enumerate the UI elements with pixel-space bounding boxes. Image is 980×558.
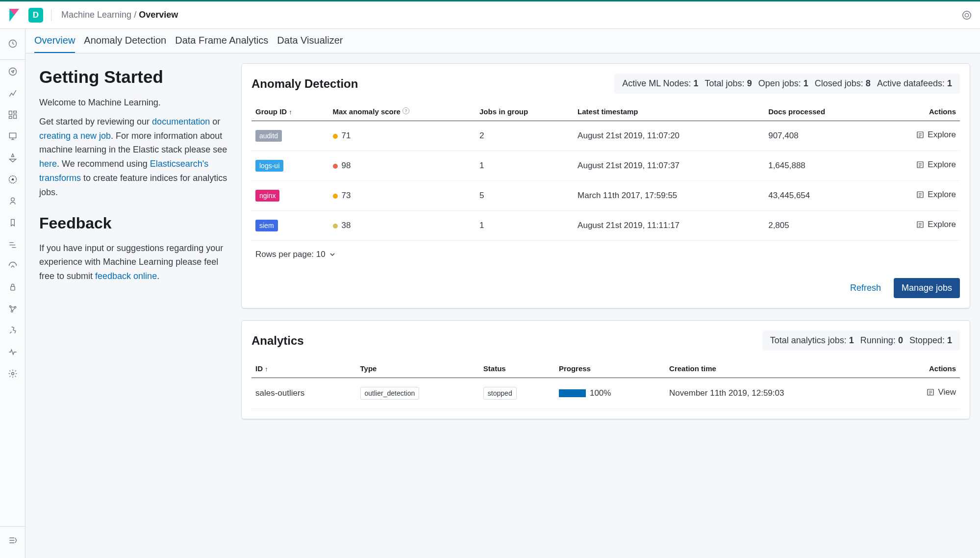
table-row: logs-ui981August 21st 2019, 11:07:371,64…: [251, 151, 960, 181]
refresh-button[interactable]: Refresh: [844, 278, 887, 298]
space-badge[interactable]: D: [28, 8, 43, 23]
nav-canvas-icon[interactable]: [4, 127, 22, 145]
tab-anomaly-detection[interactable]: Anomaly Detection: [84, 35, 166, 53]
group-badge: logs-ui: [255, 160, 283, 172]
score-value: 73: [342, 191, 351, 200]
svg-point-3: [9, 68, 16, 76]
col-type[interactable]: Type: [356, 360, 479, 378]
nav-graph-icon[interactable]: [4, 300, 22, 318]
docs-value: 907,408: [764, 121, 877, 151]
nav-discover-icon[interactable]: [4, 63, 22, 80]
breadcrumb-current: Overview: [139, 10, 178, 20]
tab-data-frame-analytics[interactable]: Data Frame Analytics: [175, 35, 268, 53]
group-badge: nginx: [255, 190, 279, 202]
explore-link[interactable]: Explore: [916, 130, 956, 140]
nav-dashboard-icon[interactable]: [4, 106, 22, 124]
link-here[interactable]: here: [39, 159, 57, 169]
kibana-logo-icon[interactable]: [8, 9, 21, 22]
progress-value: 100%: [590, 388, 611, 398]
timestamp-value: March 11th 2017, 17:59:55: [574, 181, 764, 211]
nav-logs-icon[interactable]: [4, 214, 22, 231]
analytics-stats: Total analytics jobs: 1 Running: 0 Stopp…: [762, 330, 960, 351]
newsfeed-icon[interactable]: [961, 10, 972, 21]
docs-value: 2,805: [764, 211, 877, 241]
docs-value: 1,645,888: [764, 151, 877, 181]
explore-link[interactable]: Explore: [916, 160, 956, 170]
nav-dev-icon[interactable]: [4, 322, 22, 339]
svg-rect-4: [9, 111, 12, 115]
tab-data-visualizer[interactable]: Data Visualizer: [277, 35, 343, 53]
svg-rect-12: [10, 286, 14, 290]
col-max-anomaly[interactable]: Max anomaly score?: [329, 103, 476, 121]
group-badge: auditd: [255, 130, 282, 142]
svg-point-16: [11, 373, 14, 375]
svg-point-0: [963, 11, 971, 19]
nav-uptime-icon[interactable]: [4, 257, 22, 275]
analytics-title: Analytics: [251, 334, 304, 348]
breadcrumb-separator: [51, 9, 51, 21]
feedback-title: Feedback: [39, 214, 227, 232]
id-value: sales-outliers: [251, 378, 356, 409]
getting-started-panel: Getting Started Welcome to Machine Learn…: [35, 63, 231, 419]
nav-collapse-icon[interactable]: [4, 532, 22, 549]
jobs-value: 1: [476, 151, 574, 181]
score-value: 71: [342, 131, 351, 140]
rows-per-page[interactable]: Rows per page: 10: [255, 250, 956, 259]
table-row: siem381August 21st 2019, 11:11:172,805Ex…: [251, 211, 960, 241]
svg-rect-7: [9, 116, 12, 118]
jobs-value: 2: [476, 121, 574, 151]
docs-value: 43,445,654: [764, 181, 877, 211]
group-badge: siem: [255, 220, 278, 231]
table-row: sales-outliersoutlier_detectionstopped10…: [251, 378, 960, 409]
explore-link[interactable]: Explore: [916, 220, 956, 229]
svg-rect-5: [13, 111, 16, 113]
table-row: auditd712August 21st 2019, 11:07:20907,4…: [251, 121, 960, 151]
nav-metrics-icon[interactable]: [4, 192, 22, 210]
manage-jobs-button[interactable]: Manage jobs: [894, 278, 960, 298]
link-feedback-online[interactable]: feedback online: [95, 271, 157, 281]
col-status[interactable]: Status: [479, 360, 555, 378]
main: Overview Anomaly Detection Data Frame An…: [25, 29, 980, 558]
timestamp-value: August 21st 2019, 11:07:20: [574, 121, 764, 151]
link-create-job[interactable]: creating a new job: [39, 131, 111, 141]
jobs-value: 1: [476, 211, 574, 241]
svg-rect-6: [13, 115, 16, 119]
status-badge: stopped: [483, 387, 517, 400]
nav-management-icon[interactable]: [4, 365, 22, 382]
type-badge: outlier_detection: [360, 387, 420, 400]
svg-point-14: [14, 306, 16, 308]
sort-asc-icon: ↑: [289, 108, 292, 116]
nav-siem-icon[interactable]: [4, 279, 22, 296]
col-group-id[interactable]: Group ID↑: [251, 103, 329, 121]
svg-point-11: [11, 198, 14, 201]
col-latest-timestamp[interactable]: Latest timestamp: [574, 103, 764, 121]
svg-point-10: [12, 178, 13, 180]
explore-link[interactable]: Explore: [916, 190, 956, 200]
progress-cell: 100%: [559, 388, 661, 398]
breadcrumb-parent[interactable]: Machine Learning: [61, 10, 131, 20]
tab-overview[interactable]: Overview: [34, 35, 75, 53]
col-docs-processed[interactable]: Docs processed: [764, 103, 877, 121]
col-progress[interactable]: Progress: [555, 360, 665, 378]
view-link[interactable]: View: [926, 387, 956, 397]
top-bar: D Machine Learning / Overview: [0, 1, 980, 29]
col-creation-time[interactable]: Creation time: [665, 360, 891, 378]
help-icon[interactable]: ?: [402, 107, 409, 114]
nav-recent-icon[interactable]: [4, 35, 22, 52]
nav-maps-icon[interactable]: [4, 149, 22, 167]
nav-apm-icon[interactable]: [4, 235, 22, 253]
nav-visualize-icon[interactable]: [4, 84, 22, 102]
chevron-down-icon: [329, 252, 335, 257]
nav-ml-icon[interactable]: [4, 171, 22, 188]
svg-point-1: [965, 13, 968, 17]
analytics-panel: Analytics Total analytics jobs: 1 Runnin…: [241, 320, 970, 419]
link-documentation[interactable]: documentation: [152, 117, 210, 127]
tabs: Overview Anomaly Detection Data Frame An…: [25, 29, 980, 53]
col-id[interactable]: ID↑: [251, 360, 356, 378]
nav-monitoring-icon[interactable]: [4, 343, 22, 361]
getting-started-title: Getting Started: [39, 67, 227, 87]
score-value: 38: [342, 221, 351, 230]
col-jobs-in-group[interactable]: Jobs in group: [476, 103, 574, 121]
severity-dot-icon: [333, 164, 338, 169]
anomaly-stats: Active ML Nodes: 1 Total jobs: 9 Open jo…: [614, 74, 960, 94]
